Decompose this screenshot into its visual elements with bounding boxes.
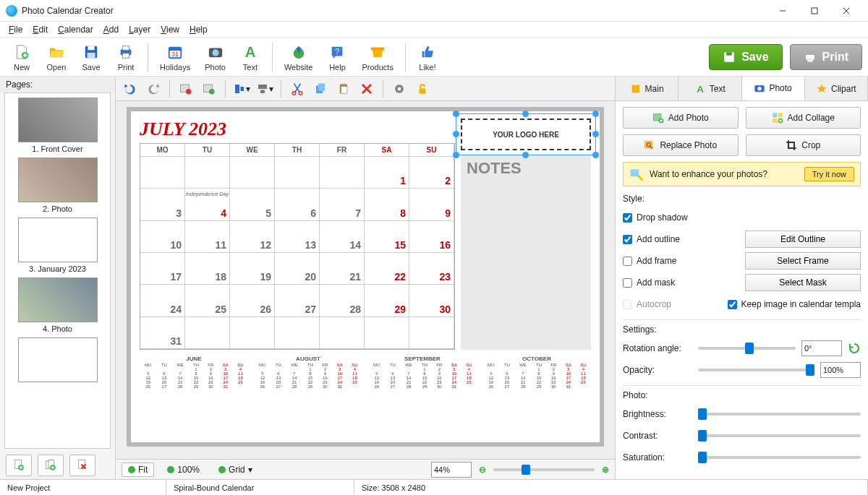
svg-rect-34 <box>260 90 265 93</box>
tab-clipart[interactable]: Clipart <box>805 77 868 100</box>
svg-rect-40 <box>341 87 347 93</box>
opacity-slider[interactable] <box>698 369 814 371</box>
page-add-button[interactable] <box>6 455 32 476</box>
page-thumb-2[interactable]: 2. Photo <box>9 156 106 215</box>
add-image-button[interactable] <box>176 79 196 98</box>
contrast-slider[interactable] <box>698 434 861 437</box>
print-button[interactable]: Print <box>110 40 142 73</box>
open-button[interactable]: Open <box>41 40 72 73</box>
select-frame-button[interactable]: Select Frame <box>745 252 861 270</box>
svg-rect-18 <box>726 52 732 56</box>
add-mask-check[interactable]: Add mask <box>623 272 675 293</box>
undo-button[interactable] <box>120 79 140 98</box>
pages-list[interactable]: 1. Front Cover 2. Photo 3. January 2023 … <box>4 92 111 449</box>
keep-image-check[interactable]: Keep image in calendar templa <box>728 294 861 314</box>
autocrop-check[interactable]: Autocrop <box>623 294 671 314</box>
opacity-value[interactable]: 100% <box>820 362 861 378</box>
menu-layer[interactable]: Layer <box>124 23 155 36</box>
select-mask-button[interactable]: Select Mask <box>745 274 861 291</box>
mini-calendars: JUNEMOTUWETHFRSASU1234567891011121314151… <box>140 356 591 389</box>
menu-add[interactable]: Add <box>99 23 123 36</box>
svg-point-28 <box>186 89 192 95</box>
zoom-100-button[interactable]: 100% <box>161 463 205 476</box>
paste-button[interactable] <box>333 79 354 98</box>
photo-button[interactable]: Photo <box>199 40 231 73</box>
page-duplicate-button[interactable] <box>38 455 64 476</box>
settings-label: Settings: <box>623 324 861 335</box>
edit-outline-button[interactable]: Edit Outline <box>745 231 861 248</box>
grid-toggle[interactable]: Grid ▾ <box>213 463 258 476</box>
menu-view[interactable]: View <box>156 23 184 36</box>
page-delete-button[interactable] <box>69 455 95 476</box>
calendar-title[interactable]: JULY 2023 <box>140 119 455 140</box>
page-thumb-5[interactable] <box>9 336 106 384</box>
save-big-button[interactable]: Save <box>709 44 782 70</box>
copy-button[interactable] <box>310 79 331 98</box>
cut-button[interactable] <box>287 79 307 98</box>
add-image2-button[interactable] <box>199 79 219 98</box>
tab-photo[interactable]: Photo <box>742 77 805 100</box>
notes-box[interactable]: NOTES <box>461 155 591 350</box>
zoom-slider[interactable] <box>493 468 595 471</box>
logo-placeholder[interactable]: YOUR LOGO HERE <box>461 119 591 150</box>
crop-icon <box>786 139 797 151</box>
settings-button[interactable] <box>389 79 409 98</box>
svg-rect-4 <box>88 53 95 58</box>
products-button[interactable]: Products <box>356 40 399 73</box>
window-title: Photo Calendar Creator <box>22 6 767 16</box>
add-frame-check[interactable]: Add frame <box>623 251 676 271</box>
delete-button[interactable] <box>357 79 377 98</box>
align-h-button[interactable]: ▾ <box>231 79 252 98</box>
zoom-bar: Fit 100% Grid ▾ 44% ⊖ ⊕ <box>116 459 615 479</box>
add-collage-button[interactable]: Add Collage <box>746 107 861 129</box>
help-button[interactable]: ?Help <box>321 40 353 73</box>
like-button[interactable]: Like! <box>412 40 443 73</box>
rotation-value[interactable]: 0° <box>801 340 842 356</box>
rotation-slider[interactable] <box>698 347 796 350</box>
page-thumb-1[interactable]: 1. Front Cover <box>9 96 106 155</box>
crop-button[interactable]: Crop <box>746 134 861 156</box>
text-button[interactable]: AText <box>234 40 266 73</box>
svg-rect-0 <box>812 8 817 14</box>
replace-photo-button[interactable]: Replace Photo <box>623 134 739 156</box>
menu-edit[interactable]: Edit <box>28 23 52 36</box>
edit-toolbar: ▾ ▾ <box>116 77 615 101</box>
save-button[interactable]: Save <box>75 40 107 73</box>
saturation-slider[interactable] <box>698 456 861 459</box>
align-v-button[interactable]: ▾ <box>255 79 275 98</box>
minimize-button[interactable] <box>767 1 799 21</box>
close-button[interactable] <box>830 1 862 21</box>
tab-text[interactable]: AText <box>678 77 741 100</box>
website-button[interactable]: Website <box>278 40 319 73</box>
menu-help[interactable]: Help <box>185 23 212 36</box>
svg-text:A: A <box>245 44 256 60</box>
calendar-page[interactable]: JULY 2023 MOTUWETHFRSASU123Independence … <box>127 107 604 447</box>
menu-file[interactable]: File <box>4 23 27 36</box>
svg-text:31: 31 <box>171 51 179 58</box>
menu-calendar[interactable]: Calendar <box>54 23 98 36</box>
add-photo-button[interactable]: Add Photo <box>623 107 739 129</box>
add-outline-check[interactable]: Add outline <box>623 229 680 249</box>
redo-button[interactable] <box>143 79 163 98</box>
status-type: Spiral-Bound Calendar <box>166 480 354 495</box>
page-thumb-3[interactable]: 3. January 2023 <box>9 216 106 275</box>
zoom-in-button[interactable]: ⊕ <box>602 465 609 475</box>
page-thumb-4[interactable]: 4. Photo <box>9 276 106 335</box>
lock-button[interactable] <box>412 79 433 98</box>
zoom-value[interactable]: 44% <box>431 462 472 478</box>
print-big-button[interactable]: Print <box>790 44 862 70</box>
drop-shadow-check[interactable]: Drop shadow <box>623 207 688 228</box>
svg-point-36 <box>299 91 302 95</box>
try-it-button[interactable]: Try it now <box>804 167 854 181</box>
fit-button[interactable]: Fit <box>122 462 154 477</box>
holidays-button[interactable]: 31Holidays <box>154 40 196 73</box>
rotate-icon[interactable] <box>848 342 861 355</box>
new-button[interactable]: New <box>6 40 38 73</box>
tab-main[interactable]: Main <box>616 77 678 100</box>
zoom-out-button[interactable]: ⊖ <box>479 465 486 475</box>
calendar-grid[interactable]: MOTUWETHFRSASU123Independence Day4567891… <box>140 143 455 350</box>
star-icon <box>816 83 827 95</box>
maximize-button[interactable] <box>799 1 830 21</box>
brightness-slider[interactable] <box>698 413 861 416</box>
status-project: New Project <box>0 480 166 495</box>
